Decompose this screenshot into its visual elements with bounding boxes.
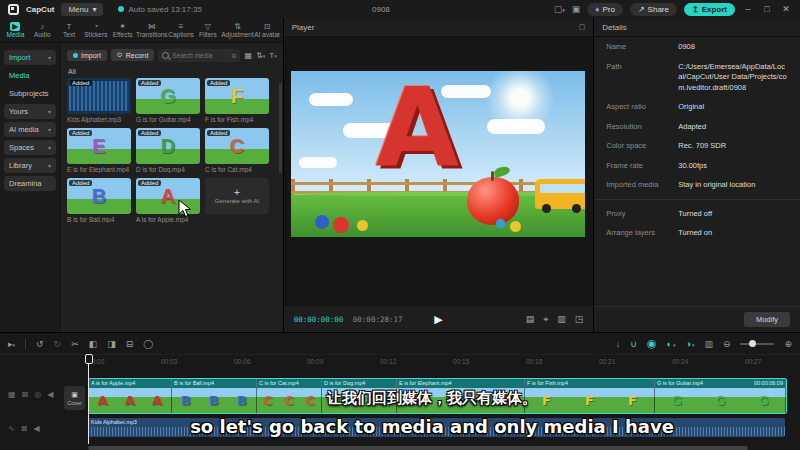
ribbon-tab[interactable]: ✶ Effects <box>109 22 136 39</box>
timeline-clip[interactable]: G is for Guitar.mp4 00:00:06:09 GGG <box>655 379 786 413</box>
split-icon[interactable]: ✂ <box>71 339 79 349</box>
play-button[interactable]: ▶ <box>434 313 442 326</box>
track-grid-icon[interactable]: ▦ <box>8 390 16 399</box>
cover-button[interactable]: ▣ Cover <box>64 386 85 410</box>
automatch-toggle-icon[interactable]: ◑▾ <box>685 339 694 349</box>
media-thumbnail[interactable]: Added B <box>67 178 131 214</box>
eye-icon[interactable]: ◎ <box>34 390 41 399</box>
sidebar-item[interactable]: Subprojects ▾ <box>4 86 56 101</box>
player-options-icon[interactable]: ▢ <box>579 23 586 31</box>
timeline-clip[interactable]: C is for Cat.mp4 CCC <box>257 379 322 413</box>
speaker-icon[interactable]: ◀ <box>47 390 53 399</box>
audio-track-header: ∿ ⊠ ◀ <box>8 424 40 433</box>
media-thumbnail[interactable]: Added F <box>205 78 269 114</box>
media-thumbnail[interactable]: Added C <box>205 128 269 164</box>
type-filter-icon[interactable]: T▾ <box>269 51 276 60</box>
maximize-button[interactable]: □ <box>761 4 773 14</box>
timeline-clip[interactable]: F is for Fish.mp4 FFF <box>525 379 655 413</box>
media-thumbnail[interactable]: Added D <box>136 128 200 164</box>
media-item[interactable]: Added B B is for Ball.mp4 <box>67 178 131 223</box>
voiceover-icon[interactable]: ↓ <box>616 339 621 349</box>
fullscreen-icon[interactable]: ◳ <box>575 314 584 325</box>
select-tool-icon[interactable]: ▸▾ <box>8 339 15 349</box>
ribbon-tab[interactable]: ⊡ AI avatar <box>254 22 281 39</box>
sidebar-item[interactable]: Dreamina ▾ <box>4 176 56 191</box>
ribbon-tab[interactable]: ▶ Media <box>2 22 29 39</box>
ratio-icon[interactable]: ▥ <box>557 314 566 325</box>
timeline-horizontal-scrollbar[interactable] <box>88 446 748 450</box>
timeline-clip[interactable]: B is for Ball.mp4 BBB <box>172 379 257 413</box>
sidebar-item[interactable]: Yours ▾ <box>4 104 56 119</box>
modify-button[interactable]: Modify <box>744 312 790 327</box>
timeline-ruler[interactable]: 00:00 00:03 00:06 00:09 00:12 00:15 00:1… <box>0 355 800 368</box>
lock-icon[interactable]: ⊠ <box>21 424 28 433</box>
media-item[interactable]: Added F F is for Fish.mp4 <box>205 78 269 123</box>
sort-icon[interactable]: ⇅▾ <box>256 51 265 60</box>
minimize-button[interactable]: – <box>742 4 754 14</box>
zoom-out-icon[interactable]: ⊖ <box>723 339 731 349</box>
lock-icon[interactable]: ⊠ <box>22 390 29 399</box>
media-thumbnail[interactable]: Added <box>67 78 131 114</box>
search-lens-icon[interactable]: ⊙ <box>231 52 236 59</box>
preview-frames-icon[interactable]: ▥ <box>704 339 713 349</box>
search-box[interactable]: ⊙ <box>158 49 240 62</box>
media-scrollbar[interactable] <box>279 83 282 173</box>
layout-toggle-icon[interactable]: ▢▾ <box>554 4 565 14</box>
media-item[interactable]: Added C C is for Cat.mp4 <box>205 128 269 173</box>
video-canvas[interactable]: A <box>291 71 585 237</box>
media-item[interactable]: Added D D is for Dog.mp4 <box>136 128 200 173</box>
sidebar-item[interactable]: Spaces ▾ <box>4 140 56 155</box>
timeline-clip[interactable]: A is for Apple.mp4 AAA <box>89 379 172 413</box>
media-thumbnail[interactable]: Added G <box>136 78 200 114</box>
zoom-in-icon[interactable]: ⊕ <box>784 339 792 349</box>
sidebar-item[interactable]: Media ▾ <box>4 68 56 83</box>
media-item[interactable]: Added Kids Alphabet.mp3 <box>67 78 131 123</box>
media-item[interactable]: Added E E is for Elephant.mp4 <box>67 128 131 173</box>
media-item[interactable]: Added G G is for Guitar.mp4 <box>136 78 200 123</box>
record-button[interactable]: ⊙ Record <box>111 49 154 61</box>
timeline-zoom-slider[interactable] <box>740 343 774 345</box>
playhead[interactable] <box>88 354 89 444</box>
snap-toggle-icon[interactable]: ∪ <box>630 339 637 349</box>
link-toggle-icon[interactable]: ◉ <box>647 337 657 350</box>
ribbon-tab-icon: ⇅ <box>234 22 241 31</box>
player-viewport: A <box>284 37 594 305</box>
sidebar-item[interactable]: AI media ▾ <box>4 122 56 137</box>
import-button[interactable]: Import <box>67 50 107 61</box>
sidebar-item[interactable]: Import ▾ <box>4 50 56 65</box>
menu-button[interactable]: Menu ▾ <box>61 3 103 16</box>
share-button[interactable]: ↗ Share <box>630 3 677 16</box>
delete-icon[interactable]: ⊟ <box>126 339 134 349</box>
generate-ai-tile[interactable]: + Generate with AI <box>205 178 269 223</box>
ribbon-tab[interactable]: ◔ Stickers <box>82 22 109 39</box>
sidebar-item[interactable]: Library ▾ <box>4 158 56 173</box>
pro-button[interactable]: ♦ Pro <box>587 3 623 16</box>
ribbon-tab[interactable]: T Text <box>56 22 83 39</box>
undo-icon[interactable]: ↺ <box>36 339 44 349</box>
slider-knob[interactable] <box>749 340 756 347</box>
ribbon-tab[interactable]: ⇅ Adjustment <box>221 22 254 39</box>
waveform-icon[interactable]: ∿ <box>8 424 15 433</box>
ribbon-tab[interactable]: ⋈ Transitions <box>136 22 168 39</box>
trim-right-icon[interactable]: ◨ <box>107 339 116 349</box>
focus-icon[interactable]: ⌖ <box>543 314 548 325</box>
quality-icon[interactable]: ▤ <box>526 314 535 325</box>
media-section-label: All <box>68 68 277 75</box>
panel-layout-icon[interactable]: ▣ <box>572 4 581 14</box>
ribbon-tab[interactable]: ♪ Audio <box>29 22 56 39</box>
trim-left-icon[interactable]: ◧ <box>89 339 98 349</box>
export-button[interactable]: ↥ Export <box>684 3 735 16</box>
ribbon-tab[interactable]: ▽ Filters <box>194 22 221 39</box>
speaker-icon[interactable]: ◀ <box>33 424 39 433</box>
media-thumbnail[interactable]: Added E <box>67 128 131 164</box>
school-bus-graphic <box>535 179 585 209</box>
mute-icon[interactable]: ◯ <box>143 339 153 349</box>
search-input[interactable] <box>172 52 228 59</box>
redo-icon[interactable]: ↻ <box>54 339 62 349</box>
details-value: Adapted <box>678 122 788 133</box>
ribbon-tab-label: Media <box>7 31 25 39</box>
grid-view-icon[interactable]: ▦ <box>244 51 252 60</box>
ribbon-tab[interactable]: ≡ Captions <box>168 22 195 39</box>
close-button[interactable]: ✕ <box>780 4 792 14</box>
keyframe-toggle-icon[interactable]: ◐▾ <box>666 339 675 349</box>
